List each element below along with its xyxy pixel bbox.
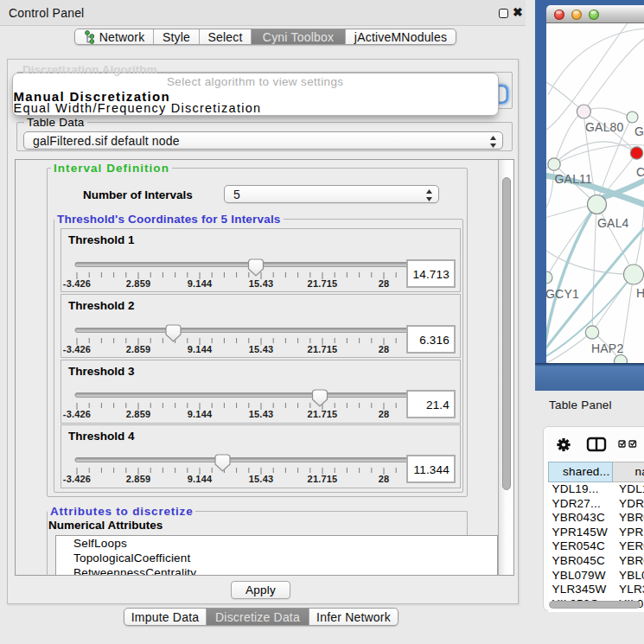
svg-text:HAP2: HAP2 [591,341,623,355]
svg-text:21.715: 21.715 [308,474,338,484]
svg-text:GA: GA [634,124,644,138]
svg-text:28: 28 [379,278,390,289]
svg-text:2.859: 2.859 [126,409,151,419]
svg-text:28: 28 [379,344,390,354]
svg-text:-3.426: -3.426 [63,474,91,484]
svg-text:-3.426: -3.426 [63,409,91,419]
svg-text:15.43: 15.43 [249,344,274,354]
svg-text:-3.426: -3.426 [63,344,91,354]
svg-text:28: 28 [379,474,390,484]
svg-text:9.144: 9.144 [188,409,213,419]
svg-text:28: 28 [379,409,390,419]
svg-text:21.715: 21.715 [308,278,338,289]
svg-text:-3.426: -3.426 [63,278,91,289]
svg-text:GAL80: GAL80 [585,120,624,134]
svg-text:2.859: 2.859 [126,474,151,484]
svg-text:21.715: 21.715 [308,409,338,419]
svg-text:GAL4: GAL4 [597,216,629,230]
svg-text:9.144: 9.144 [188,474,213,484]
svg-text:GAL11: GAL11 [555,172,593,186]
svg-text:2.859: 2.859 [126,344,151,354]
svg-text:15.43: 15.43 [249,474,274,484]
svg-text:9.144: 9.144 [188,344,213,354]
svg-text:15.43: 15.43 [249,409,274,419]
svg-text:9.144: 9.144 [188,278,213,289]
svg-text:HA: HA [636,286,644,300]
svg-text:21.715: 21.715 [308,344,338,354]
svg-text:15.43: 15.43 [249,278,274,289]
svg-text:2.859: 2.859 [126,278,151,289]
svg-text:CY: CY [636,165,644,179]
svg-text:GCY1: GCY1 [546,287,579,301]
